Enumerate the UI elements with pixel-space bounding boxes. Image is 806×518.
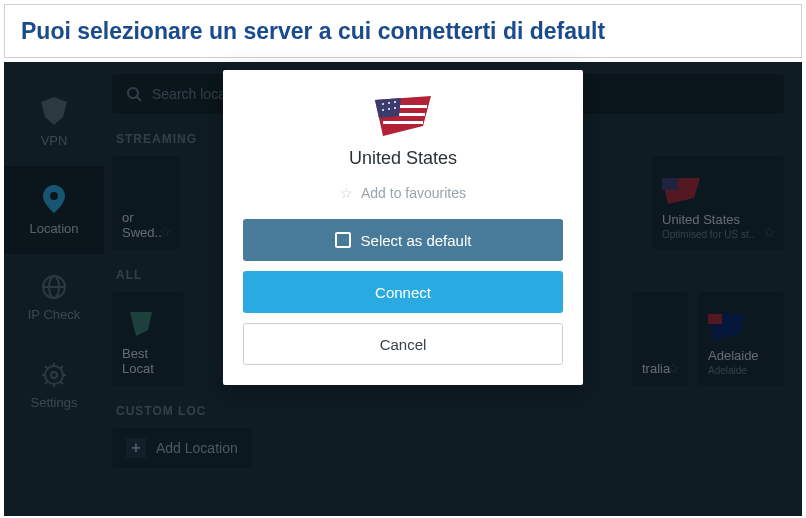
cancel-button[interactable]: Cancel	[243, 323, 563, 365]
app-window: VPN Location IP Check Settings STREAMING…	[4, 62, 802, 516]
svg-rect-24	[383, 121, 423, 124]
location-modal: United States ☆ Add to favourites Select…	[223, 70, 583, 385]
svg-point-30	[388, 108, 390, 110]
svg-point-28	[394, 101, 396, 103]
svg-point-26	[382, 103, 384, 105]
modal-overlay: United States ☆ Add to favourites Select…	[4, 62, 802, 516]
connect-button[interactable]: Connect	[243, 271, 563, 313]
us-flag-icon	[375, 96, 431, 136]
star-icon: ☆	[340, 185, 353, 201]
instruction-banner: Puoi selezionare un server a cui connett…	[4, 4, 802, 58]
add-favourites-button[interactable]: ☆ Add to favourites	[340, 185, 466, 201]
svg-point-31	[394, 107, 396, 109]
select-default-label: Select as default	[361, 232, 472, 249]
favourites-label: Add to favourites	[361, 185, 466, 201]
svg-point-27	[388, 102, 390, 104]
modal-title: United States	[349, 148, 457, 169]
checkbox-icon	[335, 232, 351, 248]
svg-marker-25	[375, 98, 401, 118]
connect-label: Connect	[375, 284, 431, 301]
svg-point-29	[382, 109, 384, 111]
banner-text: Puoi selezionare un server a cui connett…	[21, 18, 605, 45]
select-default-button[interactable]: Select as default	[243, 219, 563, 261]
cancel-label: Cancel	[380, 336, 427, 353]
